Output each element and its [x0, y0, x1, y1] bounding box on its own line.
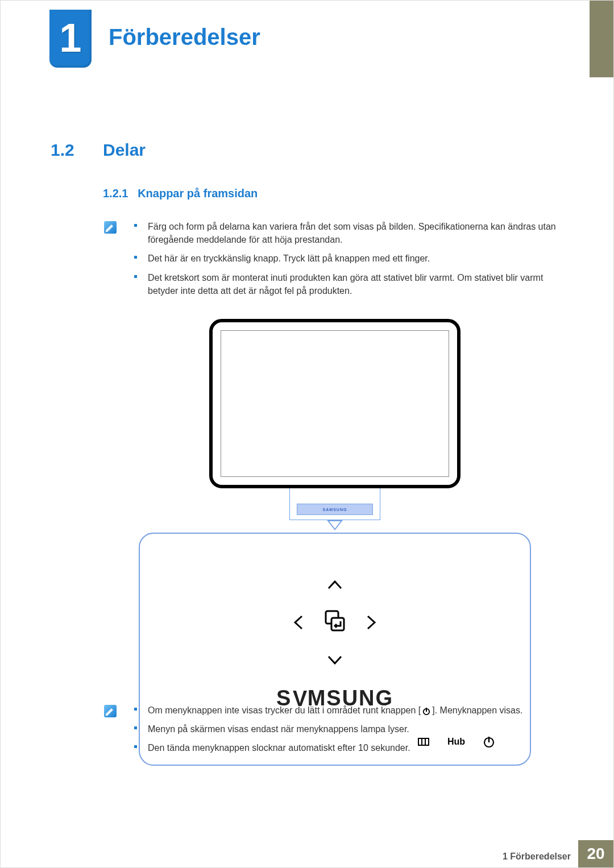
stand-brand-label: SAMSUNG	[323, 508, 347, 512]
document-page: 1 Förberedelser 1.2 Delar 1.2.1 Knappar …	[0, 0, 614, 868]
note-icon	[104, 705, 117, 717]
section-number: 1.2	[51, 140, 74, 160]
subsection-title: Knappar på framsidan	[138, 187, 258, 200]
note-icon	[104, 221, 117, 234]
note-item: Det kretskort som är monterat inuti prod…	[134, 271, 561, 297]
callout-arrow-icon	[327, 520, 343, 530]
page-accent-bar	[590, 1, 613, 77]
chapter-title: Förberedelser	[109, 24, 260, 50]
power-icon	[422, 707, 431, 716]
chapter-number-box: 1	[49, 10, 92, 68]
footer-page-number: 20	[578, 840, 613, 867]
monitor-bezel	[209, 319, 460, 488]
dpad-enter-icon	[322, 609, 347, 634]
note-text-pre: Om menyknappen inte visas trycker du lät…	[148, 705, 421, 715]
note-item: Menyn på skärmen visas endast när menykn…	[134, 722, 561, 736]
section-title: Delar	[103, 140, 146, 160]
product-figure: SAMSUNG	[139, 319, 531, 766]
note-item: Den tända menyknappen slocknar automatis…	[134, 741, 561, 754]
note-item: Det här är en tryckkänslig knapp. Tryck …	[134, 252, 561, 265]
subsection-heading: 1.2.1 Knappar på framsidan	[103, 187, 258, 200]
dpad-down-icon	[326, 651, 343, 668]
monitor-screen	[221, 330, 449, 477]
dpad-group	[284, 577, 386, 668]
stand-button-area: SAMSUNG	[297, 504, 373, 515]
monitor-stand: SAMSUNG	[289, 488, 380, 520]
page-footer: 1 Förberedelser 20	[1, 840, 613, 867]
svg-rect-1	[331, 618, 344, 630]
dpad-right-icon	[362, 614, 379, 631]
note-text-post: ]. Menyknappen visas.	[432, 705, 522, 715]
chapter-number: 1	[60, 16, 82, 60]
dpad-up-icon	[326, 577, 343, 594]
footer-chapter-label: 1 Förberedelser	[503, 852, 571, 862]
dpad-left-icon	[291, 614, 308, 631]
note-item: Färg och form på delarna kan variera frå…	[134, 220, 561, 246]
note-item: Om menyknappen inte visas trycker du lät…	[134, 704, 561, 717]
note-list-1: Färg och form på delarna kan variera frå…	[134, 220, 561, 303]
note-list-2: Om menyknappen inte visas trycker du lät…	[134, 704, 561, 761]
subsection-number: 1.2.1	[103, 187, 128, 200]
